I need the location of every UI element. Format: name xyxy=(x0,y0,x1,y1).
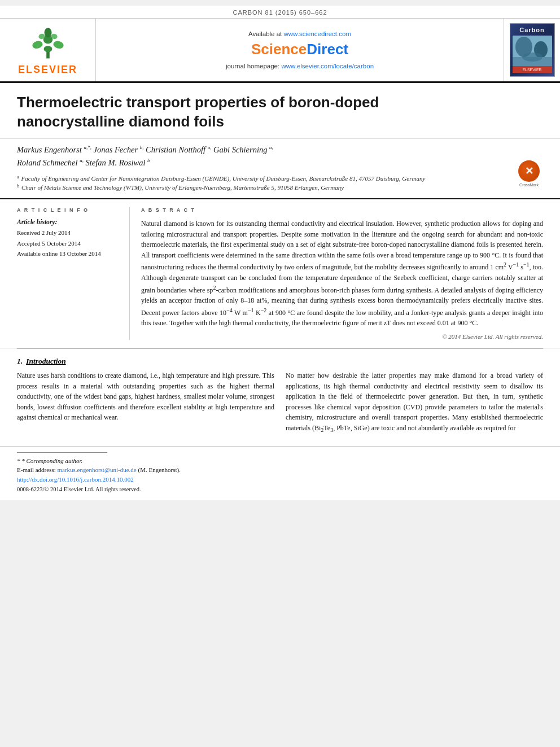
intro-section-num: 1. xyxy=(17,357,23,366)
cover-title: Carbon xyxy=(519,27,545,33)
crossmark-label: CrossMark xyxy=(519,183,539,187)
author-jonas-sup: b, xyxy=(140,145,144,150)
article-title: Thermoelectric transport properties of b… xyxy=(17,93,480,132)
crossmark-area[interactable]: ✕ CrossMark xyxy=(515,159,543,187)
accepted-date: Accepted 5 October 2014 xyxy=(17,238,118,249)
journal-homepage-link[interactable]: www.elsevier.com/locate/carbon xyxy=(281,63,374,69)
article-info-col: A R T I C L E I N F O Article history: R… xyxy=(17,207,130,340)
author-christian-sup: a, xyxy=(208,145,212,150)
doi-line: http://dx.doi.org/10.1016/j.carbon.2014.… xyxy=(17,475,543,484)
article-title-section: Thermoelectric transport properties of b… xyxy=(0,83,560,139)
author-markus: Markus Engenhorst xyxy=(17,145,82,154)
affil-a: a Faculty of Engineering and Center for … xyxy=(17,174,543,184)
intro-two-col: Nature uses harsh conditions to create d… xyxy=(17,370,543,435)
svg-point-1 xyxy=(43,46,52,52)
intro-right: No matter how desirable the latter prope… xyxy=(286,370,543,435)
email-label: E-mail address: xyxy=(17,466,56,473)
journal-citation: CARBON 81 (2015) 650–662 xyxy=(233,9,327,16)
authors-section: Markus Engenhorst a,*, Jonas Fecher b, C… xyxy=(0,139,560,199)
affil-b-text: Chair of Metals Science and Technology (… xyxy=(21,183,344,193)
intro-left: Nature uses harsh conditions to create d… xyxy=(17,370,274,435)
authors-line: Markus Engenhorst a,*, Jonas Fecher b, C… xyxy=(17,143,543,169)
abstract-text: Natural diamond is known for its outstan… xyxy=(141,219,543,329)
footnote-star: * xyxy=(17,457,21,464)
intro-right-text: No matter how desirable the latter prope… xyxy=(286,370,543,435)
author-roland-sup: a, xyxy=(80,158,84,163)
crossmark-icon: ✕ xyxy=(525,165,533,177)
author-jonas: Jonas Fecher xyxy=(94,145,138,154)
footnote-divider xyxy=(17,452,107,453)
footnote-section: * * Corresponding author. E-mail address… xyxy=(0,446,560,501)
intro-section: 1. Introduction Nature uses harsh condit… xyxy=(0,349,560,435)
cover-image-svg xyxy=(513,36,552,67)
corresponding-author-label: * * Corresponding author. xyxy=(17,456,543,466)
author-stefan-sup: b xyxy=(147,158,150,163)
article-info-label: A R T I C L E I N F O xyxy=(17,207,118,213)
two-col-section: A R T I C L E I N F O Article history: R… xyxy=(0,199,560,348)
intro-heading: 1. Introduction xyxy=(17,357,543,366)
author-stefan: Stefan M. Rosiwal xyxy=(86,158,146,167)
email-link[interactable]: markus.engenhorst@uni-due.de xyxy=(57,466,136,473)
affil-a-sup: a xyxy=(17,174,19,184)
cover-bottom-text: ELSEVIER xyxy=(522,68,541,72)
abstract-label: A B S T R A C T xyxy=(141,207,543,213)
intro-left-text: Nature uses harsh conditions to create d… xyxy=(17,370,274,423)
received-date: Received 2 July 2014 xyxy=(17,228,118,238)
doi-link[interactable]: http://dx.doi.org/10.1016/j.carbon.2014.… xyxy=(17,476,134,483)
author-roland: Roland Schmechel xyxy=(17,158,78,167)
affil-b: b Chair of Metals Science and Technology… xyxy=(17,183,543,193)
abstract-col: A B S T R A C T Natural diamond is known… xyxy=(130,207,543,340)
elsevier-tree-icon xyxy=(25,25,71,62)
svg-point-3 xyxy=(52,40,64,49)
author-gabi-sup: a, xyxy=(269,145,273,150)
crossmark-circle: ✕ xyxy=(518,160,540,182)
crossmark-badge[interactable]: ✕ CrossMark xyxy=(515,159,543,187)
homepage-text: journal homepage: www.elsevier.com/locat… xyxy=(226,63,374,69)
author-christian: Christian Notthoff xyxy=(146,145,205,154)
article-history-title: Article history: xyxy=(17,219,118,225)
intro-section-title: Introduction xyxy=(26,357,66,366)
affil-b-sup: b xyxy=(17,183,19,193)
available-at-text: Available at www.sciencedirect.com xyxy=(248,30,351,37)
svg-point-12 xyxy=(522,53,542,62)
svg-point-5 xyxy=(44,28,51,37)
affiliations-block: a Faculty of Engineering and Center for … xyxy=(17,174,543,193)
elsevier-logo: ELSEVIER xyxy=(18,25,77,76)
copyright-line: © 2014 Elsevier Ltd. All rights reserved… xyxy=(141,333,543,340)
issn-line: 0008-6223/© 2014 Elsevier Ltd. All right… xyxy=(17,486,543,492)
journal-cover: Carbon ELSEVIER xyxy=(510,23,555,77)
page: CARBON 81 (2015) 650–662 xyxy=(0,6,560,500)
journal-header: CARBON 81 (2015) 650–662 xyxy=(0,6,560,19)
author-markus-sup: a,*, xyxy=(84,145,91,150)
corresponding-text: * Corresponding author. xyxy=(21,457,82,464)
elsevier-logo-area: ELSEVIER xyxy=(0,19,96,81)
sciencedirect-brand: ScienceDirect xyxy=(251,41,348,58)
elsevier-wordmark: ELSEVIER xyxy=(18,64,77,76)
journal-info-center: Available at www.sciencedirect.com Scien… xyxy=(96,19,504,81)
cover-decoration xyxy=(513,36,552,67)
svg-rect-0 xyxy=(46,51,50,58)
journal-cover-area: Carbon ELSEVIER xyxy=(504,19,560,81)
top-banner: ELSEVIER Available at www.sciencedirect.… xyxy=(0,19,560,83)
svg-point-2 xyxy=(31,40,43,49)
available-date: Available online 13 October 2014 xyxy=(17,248,118,259)
email-line: E-mail address: markus.engenhorst@uni-du… xyxy=(17,465,543,475)
cover-bottom-bar: ELSEVIER xyxy=(513,66,552,73)
affil-a-text: Faculty of Engineering and Center for Na… xyxy=(21,174,426,184)
sciencedirect-link[interactable]: www.sciencedirect.com xyxy=(283,30,351,37)
author-gabi: Gabi Schierning xyxy=(213,145,267,154)
email-suffix: (M. Engenhorst). xyxy=(138,466,181,473)
